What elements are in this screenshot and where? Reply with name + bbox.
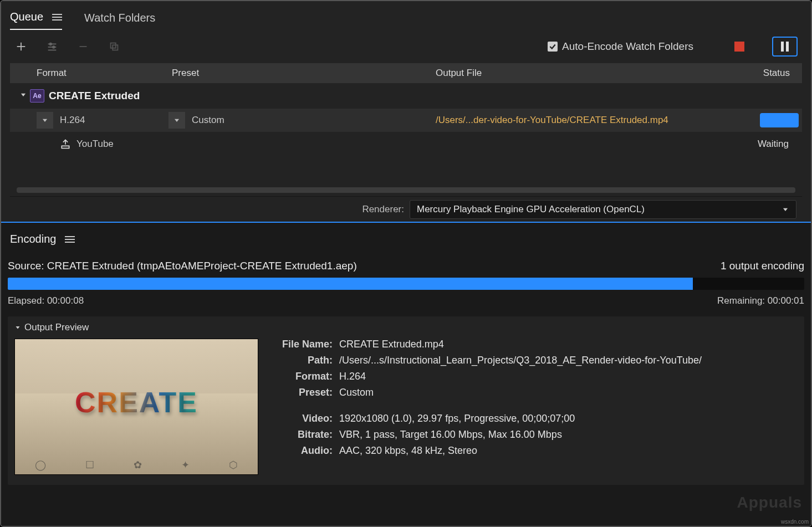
source-watermark: wsxdn.com (781, 519, 809, 525)
remaining-label: Remaining: (717, 295, 765, 306)
checkbox-icon (548, 42, 558, 52)
settings-icon[interactable] (44, 39, 60, 54)
chevron-down-icon[interactable] (17, 90, 30, 101)
meta-video-value: 1920x1080 (1.0), 29.97 fps, Progressive,… (339, 413, 702, 424)
meta-preset-label: Preset: (272, 387, 333, 398)
meta-audio-value: AAC, 320 kbps, 48 kHz, Stereo (339, 445, 702, 457)
remaining-value: 00:00:01 (768, 295, 804, 306)
meta-bitrate-label: Bitrate: (272, 429, 333, 441)
svg-point-6 (53, 46, 55, 48)
meta-file-label: File Name: (272, 339, 333, 350)
svg-marker-10 (21, 94, 25, 96)
duplicate-button[interactable] (106, 39, 122, 54)
stop-button[interactable] (734, 42, 744, 52)
elapsed-label: Elapsed: (8, 295, 44, 306)
output-preview-toggle[interactable]: Output Preview (14, 322, 798, 333)
auto-encode-label: Auto-Encode Watch Folders (562, 40, 693, 53)
add-source-button[interactable] (13, 39, 29, 54)
meta-audio-label: Audio: (272, 445, 333, 457)
header-output[interactable]: Output File (436, 68, 749, 79)
tab-watch-folders[interactable]: Watch Folders (84, 8, 155, 30)
renderer-select[interactable]: Mercury Playback Engine GPU Acceleration… (410, 200, 796, 219)
outputs-count: 1 output encoding (721, 260, 804, 272)
svg-marker-15 (16, 326, 20, 329)
panel-menu-icon[interactable] (65, 236, 75, 243)
renderer-label: Renderer: (362, 204, 404, 215)
meta-video-label: Video: (272, 413, 333, 424)
svg-rect-13 (62, 146, 69, 148)
pause-button[interactable] (772, 37, 798, 57)
header-format[interactable]: Format (37, 68, 172, 79)
preset-dropdown[interactable] (168, 112, 185, 129)
meta-path-label: Path: (272, 355, 333, 366)
meta-format-value: H.264 (339, 371, 702, 382)
format-dropdown[interactable] (37, 112, 53, 129)
panel-menu-icon[interactable] (52, 14, 62, 21)
output-row[interactable]: H.264 Custom /Users/...der-video-for-You… (10, 109, 802, 132)
output-metadata: File Name: CREATE Extruded.mp4 Path: /Us… (272, 339, 702, 457)
format-value[interactable]: H.264 (60, 115, 172, 126)
header-status[interactable]: Status (749, 68, 793, 79)
svg-point-5 (49, 43, 52, 45)
chevron-down-icon (782, 206, 789, 213)
svg-marker-14 (783, 208, 788, 211)
encoding-panel: Encoding Source: CREATE Extruded (tmpAEt… (1, 223, 811, 526)
tab-watch-label: Watch Folders (84, 12, 155, 24)
queue-column-headers: Format Preset Output File Status (10, 63, 802, 83)
meta-preset-value: Custom (339, 387, 702, 398)
remaining-time: Remaining: 00:00:01 (717, 295, 804, 306)
publish-status: Waiting (758, 139, 795, 150)
encode-progress-bar (8, 278, 804, 290)
thumb-text: CREATE (75, 386, 198, 419)
horizontal-scrollbar[interactable] (10, 187, 802, 196)
ae-app-icon: Ae (30, 89, 44, 103)
queue-item-row[interactable]: Ae CREATE Extruded (10, 83, 802, 109)
publish-target: YouTube (76, 139, 114, 150)
meta-bitrate-value: VBR, 1 pass, Target 16.00 Mbps, Max 16.0… (339, 429, 702, 441)
renderer-value: Mercury Playback Engine GPU Acceleration… (417, 204, 645, 215)
elapsed-time: Elapsed: 00:00:08 (8, 295, 84, 306)
chevron-down-icon (14, 324, 21, 331)
meta-format-label: Format: (272, 371, 333, 382)
output-file-link[interactable]: /Users/...der-video-for-YouTube/CREATE E… (436, 115, 760, 126)
preview-title: Output Preview (24, 322, 89, 333)
preview-thumbnail: CREATE ◯☐✿✦⬡ (14, 339, 258, 475)
auto-encode-toggle[interactable]: Auto-Encode Watch Folders (548, 40, 693, 53)
tab-queue[interactable]: Queue (10, 7, 62, 30)
tab-queue-label: Queue (10, 11, 43, 23)
meta-path-value: /Users/...s/Instructional_Learn_Projects… (339, 355, 702, 366)
comp-title: CREATE Extruded (49, 90, 140, 102)
remove-button[interactable] (75, 39, 91, 54)
upload-icon (60, 139, 71, 150)
source-label: Source: (8, 260, 44, 272)
encoding-source: Source: CREATE Extruded (tmpAEtoAMEProje… (8, 260, 357, 272)
publish-row[interactable]: YouTube Waiting (10, 132, 802, 156)
svg-marker-12 (175, 119, 179, 122)
status-progress-pill (760, 113, 799, 127)
queue-panel: Queue Watch Folders (1, 1, 811, 222)
source-value: CREATE Extruded (tmpAEtoAMEProject-CREAT… (47, 260, 357, 272)
header-preset[interactable]: Preset (172, 68, 436, 79)
elapsed-value: 00:00:08 (47, 295, 84, 306)
svg-marker-11 (43, 119, 47, 122)
encoding-title: Encoding (10, 233, 56, 245)
meta-file-value: CREATE Extruded.mp4 (339, 339, 702, 350)
preset-value[interactable]: Custom (192, 115, 224, 126)
